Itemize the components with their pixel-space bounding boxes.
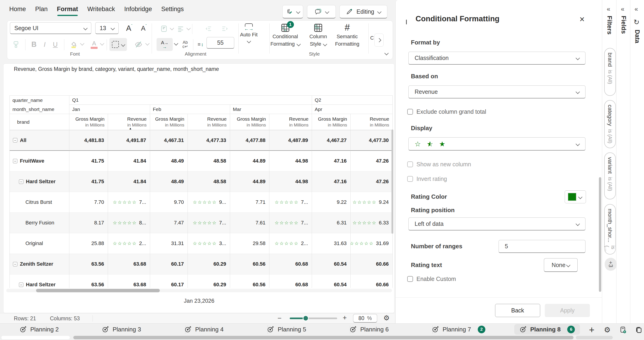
- value-cell[interactable]: 7.47: [150, 213, 188, 233]
- value-cell[interactable]: 31.31: [150, 233, 188, 254]
- value-cell[interactable]: 8.17: [69, 213, 108, 233]
- value-cell[interactable]: 44.98: [270, 172, 312, 192]
- apply-button[interactable]: Apply: [545, 304, 590, 317]
- chevron-down-icon[interactable]: [81, 42, 84, 45]
- month-header[interactable]: Feb: [150, 105, 230, 114]
- filter-pill-category[interactable]: categoryis (All): [604, 100, 616, 148]
- chevron-down-icon[interactable]: [170, 27, 174, 30]
- increase-indent-button[interactable]: [220, 23, 230, 34]
- value-cell[interactable]: 60.29: [188, 254, 230, 274]
- tabbar-settings-gear-icon[interactable]: ⚙: [603, 325, 612, 334]
- menu-item-format[interactable]: Format: [57, 6, 78, 14]
- value-cell[interactable]: 4,487.89: [270, 130, 312, 151]
- zoom-level-input[interactable]: 80 %: [353, 314, 377, 323]
- chevron-down-icon[interactable]: [100, 42, 104, 45]
- format-by-dropdown[interactable]: Classification: [408, 52, 586, 65]
- copy-sheets-icon[interactable]: [634, 325, 643, 334]
- month-header[interactable]: Mar: [230, 105, 312, 114]
- rail-tab-data[interactable]: Data: [634, 30, 641, 43]
- value-cell[interactable]: 4,477.30: [350, 130, 393, 151]
- semantic-formatting-button[interactable]: # Semantic Formatting: [330, 22, 364, 48]
- value-cell[interactable]: 4,477.33: [188, 130, 230, 151]
- exclude-grand-total-checkbox[interactable]: [407, 109, 413, 115]
- filter-pill-month_shor[interactable]: month_shor...is (...: [604, 204, 616, 255]
- fill-color-button[interactable]: [68, 39, 80, 51]
- rated-value-cell[interactable]: ☆☆☆☆☆8...: [108, 213, 150, 233]
- italic-button[interactable]: I: [40, 39, 49, 51]
- font-size-combo[interactable]: 13: [95, 22, 119, 34]
- menu-item-plan[interactable]: Plan: [35, 6, 48, 14]
- rated-value-cell[interactable]: ☆☆☆☆☆6.33: [350, 213, 393, 233]
- value-cell[interactable]: 7.61: [230, 213, 270, 233]
- value-cell[interactable]: 4,467.27: [312, 130, 350, 151]
- value-cell[interactable]: 48.58: [188, 172, 230, 192]
- value-cell[interactable]: 4,467.31: [150, 130, 188, 151]
- row-label[interactable]: Berry Fusion: [10, 213, 69, 233]
- sheet-tab-planning-8[interactable]: Planning 86: [514, 324, 580, 335]
- menu-item-writeback[interactable]: Writeback: [88, 6, 115, 14]
- value-cell[interactable]: 4,477.88: [230, 130, 270, 151]
- collapse-row-icon[interactable]: −: [19, 180, 23, 184]
- shrink-font-button[interactable]: Aˇ: [138, 23, 149, 34]
- sheet-tab-planning-3[interactable]: Planning 3: [97, 324, 146, 335]
- pivot-table[interactable]: quarter_nameQ1Q2month_short_nameJanFebMa…: [10, 95, 393, 288]
- value-cell[interactable]: 47.26: [350, 151, 393, 172]
- value-cell[interactable]: 63.56: [69, 274, 108, 288]
- collapse-row-icon[interactable]: −: [13, 262, 17, 266]
- value-cell[interactable]: 60.68: [270, 274, 312, 288]
- grow-font-button[interactable]: Aˆ: [124, 23, 134, 34]
- value-cell[interactable]: 44.89: [230, 172, 270, 192]
- rated-value-cell[interactable]: ☆☆☆☆☆31.69: [350, 233, 393, 254]
- underline-button[interactable]: U: [51, 39, 60, 51]
- value-cell[interactable]: 47.26: [350, 172, 393, 192]
- measure-header[interactable]: Gross Marginin Millions: [312, 114, 350, 130]
- rated-value-cell[interactable]: ☆☆☆☆☆7...: [270, 213, 312, 233]
- show-as-new-column-checkbox[interactable]: [407, 161, 413, 167]
- measure-header[interactable]: Gross Marginin Millions: [69, 114, 108, 130]
- filter-pill-variant[interactable]: variantis (All): [604, 152, 616, 199]
- zoom-out-button[interactable]: −: [278, 314, 282, 322]
- measure-header[interactable]: Revenuein Millions: [270, 114, 312, 130]
- more-filters-badge[interactable]: +3: [605, 258, 617, 271]
- value-cell[interactable]: 44.98: [270, 151, 312, 172]
- number-of-ranges-input[interactable]: 5: [498, 240, 586, 253]
- menu-item-infobridge[interactable]: Infobridge: [124, 6, 152, 14]
- measure-header[interactable]: Gross Marginin Millions: [230, 114, 270, 130]
- panel-back-icon[interactable]: [406, 20, 407, 24]
- row-label[interactable]: −Zenith Seltzer: [10, 254, 69, 274]
- collapse-data-icon[interactable]: «: [634, 6, 638, 13]
- value-cell[interactable]: 60.66: [350, 274, 393, 288]
- collapse-ribbon-button[interactable]: [385, 52, 388, 55]
- value-cell[interactable]: 4,481.83: [69, 130, 108, 151]
- measure-header[interactable]: Revenuein Millions▲: [108, 114, 150, 130]
- sheet-tab-planning-4[interactable]: Planning 4: [179, 324, 229, 335]
- decrease-indent-button[interactable]: [203, 23, 214, 34]
- row-label[interactable]: −FruitWave: [10, 151, 69, 172]
- chevron-down-icon[interactable]: [174, 42, 178, 45]
- rating-position-dropdown[interactable]: Left of data: [408, 218, 586, 230]
- rated-value-cell[interactable]: ☆☆☆☆☆2...: [270, 233, 312, 254]
- font-color-button[interactable]: A: [88, 39, 100, 51]
- rating-text-dropdown[interactable]: None: [544, 258, 578, 272]
- menu-item-home[interactable]: Home: [9, 6, 26, 14]
- rated-value-cell[interactable]: ☆☆☆☆☆9.24: [350, 192, 393, 213]
- rail-tab-filters[interactable]: Filters: [606, 16, 613, 35]
- tab-scroll-thumb[interactable]: [73, 336, 574, 339]
- chevron-down-icon[interactable]: [187, 27, 190, 30]
- value-cell[interactable]: 31.63: [312, 233, 350, 254]
- row-label[interactable]: −Hard Seltzer: [10, 172, 69, 192]
- value-cell[interactable]: 60.17: [150, 274, 188, 288]
- value-cell[interactable]: 47.16: [312, 151, 350, 172]
- rated-value-cell[interactable]: ☆☆☆☆☆3...: [188, 233, 230, 254]
- measure-header[interactable]: Revenuein Millions: [188, 114, 230, 130]
- sheet-tab-planning-2[interactable]: Planning 2: [14, 324, 64, 335]
- add-sheet-button[interactable]: +: [587, 325, 596, 334]
- row-height-input[interactable]: 55: [206, 37, 234, 49]
- tab-scroll-left-area[interactable]: [2, 336, 70, 339]
- table-horizontal-scrollbar[interactable]: [6, 289, 392, 292]
- value-cell[interactable]: 4,491.87: [108, 130, 150, 151]
- collapse-row-icon[interactable]: −: [13, 138, 17, 142]
- collapse-row-icon[interactable]: −: [13, 159, 17, 163]
- collapse-fields-icon[interactable]: «: [621, 6, 624, 13]
- quarter-header[interactable]: Q2: [312, 96, 393, 105]
